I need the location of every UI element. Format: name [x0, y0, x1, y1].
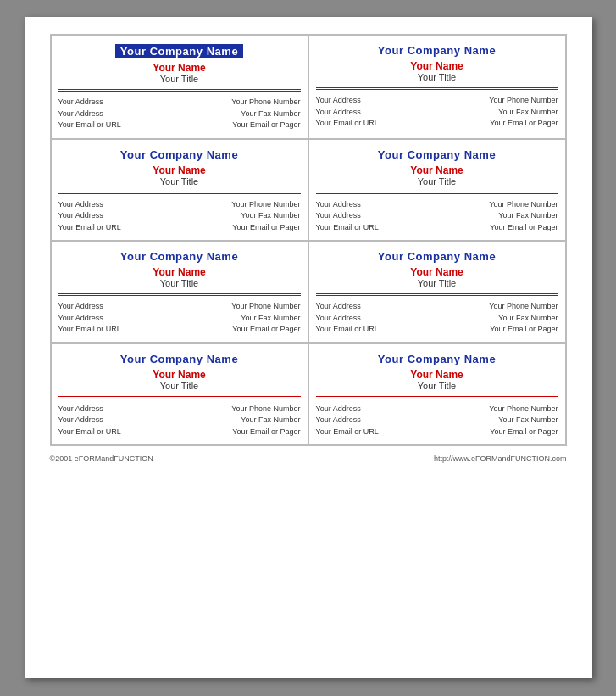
contact-line-6a: Your Phone Number [489, 301, 558, 313]
card-top-7: Your Company Name Your Name Your Title [58, 353, 301, 398]
address-line-3b: Your Address [58, 210, 121, 222]
card-top-8: Your Company Name Your Name Your Title [316, 353, 558, 398]
card-bottom-1: Your Address Your Address Your Email or … [58, 92, 301, 131]
card-top-2: Your Company Name Your Name Your Title [316, 44, 558, 90]
card-bottom-8: Your Address Your Address Your Email or … [316, 398, 558, 438]
address-line-8c: Your Email or URL [316, 426, 379, 438]
address-line-2a: Your Address [316, 95, 379, 107]
address-line-4b: Your Address [316, 210, 379, 222]
company-name-6: Your Company Name [378, 250, 496, 263]
card-3: Your Company Name Your Name Your Title Y… [51, 139, 308, 242]
contact-right-8: Your Phone Number Your Fax Number Your E… [489, 404, 558, 438]
your-name-6: Your Name [410, 266, 463, 278]
card-bottom-7: Your Address Your Address Your Email or … [58, 398, 301, 438]
your-name-4: Your Name [410, 164, 463, 176]
contact-line-3a: Your Phone Number [231, 199, 300, 211]
contact-line-4c: Your Email or Pager [489, 222, 558, 234]
card-bottom-3: Your Address Your Address Your Email or … [58, 194, 301, 234]
card-6: Your Company Name Your Name Your Title Y… [308, 241, 566, 343]
address-line-1b: Your Address [58, 109, 121, 120]
contact-line-1a: Your Phone Number [231, 97, 300, 109]
address-line-4c: Your Email or URL [316, 222, 379, 234]
contact-line-4b: Your Fax Number [489, 210, 558, 222]
card-top-5: Your Company Name Your Name Your Title [58, 250, 301, 296]
address-line-5a: Your Address [58, 301, 121, 313]
company-name-7: Your Company Name [120, 353, 238, 365]
your-name-7: Your Name [153, 369, 205, 381]
company-name-1: Your Company Name [115, 44, 243, 58]
address-line-1a: Your Address [58, 97, 121, 109]
contact-line-2a: Your Phone Number [489, 95, 558, 107]
company-name-8: Your Company Name [378, 353, 496, 365]
footer: ©2001 eFORMandFUNCTION http://www.eFORMa… [50, 454, 567, 463]
your-title-6: Your Title [418, 278, 456, 288]
contact-right-6: Your Phone Number Your Fax Number Your E… [489, 301, 558, 336]
contact-line-6b: Your Fax Number [489, 313, 558, 325]
card-bottom-5: Your Address Your Address Your Email or … [58, 296, 301, 336]
your-title-5: Your Title [160, 278, 198, 288]
cards-grid: Your Company Name Your Name Your Title Y… [50, 34, 567, 446]
contact-line-5a: Your Phone Number [231, 301, 300, 313]
your-title-1: Your Title [160, 74, 198, 84]
address-left-6: Your Address Your Address Your Email or … [316, 301, 379, 336]
card-bottom-4: Your Address Your Address Your Email or … [316, 194, 558, 234]
card-1: Your Company Name Your Name Your Title Y… [51, 35, 308, 139]
card-top-1: Your Company Name Your Name Your Title [58, 44, 301, 92]
your-name-2: Your Name [410, 60, 463, 72]
address-left-3: Your Address Your Address Your Email or … [58, 199, 121, 234]
contact-line-2b: Your Fax Number [489, 107, 558, 119]
your-name-8: Your Name [410, 369, 463, 381]
address-left-1: Your Address Your Address Your Email or … [58, 97, 121, 131]
card-2: Your Company Name Your Name Your Title Y… [308, 35, 566, 139]
contact-line-6c: Your Email or Pager [489, 324, 558, 336]
address-left-5: Your Address Your Address Your Email or … [58, 301, 121, 336]
contact-line-7b: Your Fax Number [231, 415, 300, 426]
address-line-5b: Your Address [58, 313, 121, 325]
contact-right-3: Your Phone Number Your Fax Number Your E… [231, 199, 300, 234]
contact-line-3c: Your Email or Pager [231, 222, 300, 234]
contact-line-5b: Your Fax Number [231, 313, 300, 325]
company-name-3: Your Company Name [120, 148, 238, 161]
contact-right-4: Your Phone Number Your Fax Number Your E… [489, 199, 558, 234]
address-line-2c: Your Email or URL [316, 118, 379, 130]
address-left-8: Your Address Your Address Your Email or … [316, 404, 379, 438]
contact-right-1: Your Phone Number Your Fax Number Your E… [231, 97, 300, 131]
your-name-3: Your Name [153, 164, 205, 176]
your-title-2: Your Title [418, 72, 456, 82]
address-line-2b: Your Address [316, 107, 379, 119]
address-line-8a: Your Address [316, 404, 379, 415]
address-line-7a: Your Address [58, 404, 121, 415]
contact-line-4a: Your Phone Number [489, 199, 558, 211]
contact-right-7: Your Phone Number Your Fax Number Your E… [231, 404, 300, 438]
contact-right-2: Your Phone Number Your Fax Number Your E… [489, 95, 558, 130]
card-bottom-6: Your Address Your Address Your Email or … [316, 296, 558, 336]
company-name-5: Your Company Name [120, 250, 238, 263]
your-title-3: Your Title [160, 176, 198, 187]
card-5: Your Company Name Your Name Your Title Y… [51, 241, 308, 343]
address-line-1c: Your Email or URL [58, 120, 121, 131]
card-8: Your Company Name Your Name Your Title Y… [308, 343, 566, 446]
card-top-4: Your Company Name Your Name Your Title [316, 148, 558, 194]
card-top-6: Your Company Name Your Name Your Title [316, 250, 558, 296]
contact-line-7a: Your Phone Number [231, 404, 300, 415]
your-name-1: Your Name [153, 62, 205, 74]
address-left-2: Your Address Your Address Your Email or … [316, 95, 379, 130]
card-7: Your Company Name Your Name Your Title Y… [51, 343, 308, 446]
card-4: Your Company Name Your Name Your Title Y… [308, 139, 566, 242]
contact-right-5: Your Phone Number Your Fax Number Your E… [231, 301, 300, 336]
contact-line-2c: Your Email or Pager [489, 118, 558, 130]
address-line-4a: Your Address [316, 199, 379, 211]
contact-line-8c: Your Email or Pager [489, 426, 558, 438]
contact-line-5c: Your Email or Pager [231, 324, 300, 336]
page: Your Company Name Your Name Your Title Y… [25, 17, 592, 678]
address-line-6a: Your Address [316, 301, 379, 313]
address-line-6c: Your Email or URL [316, 324, 379, 336]
card-top-3: Your Company Name Your Name Your Title [58, 148, 301, 194]
contact-line-8a: Your Phone Number [489, 404, 558, 415]
footer-right: http://www.eFORMandFUNCTION.com [434, 454, 567, 463]
address-line-6b: Your Address [316, 313, 379, 325]
card-bottom-2: Your Address Your Address Your Email or … [316, 90, 558, 130]
contact-line-3b: Your Fax Number [231, 210, 300, 222]
address-line-3c: Your Email or URL [58, 222, 121, 234]
address-line-8b: Your Address [316, 415, 379, 426]
